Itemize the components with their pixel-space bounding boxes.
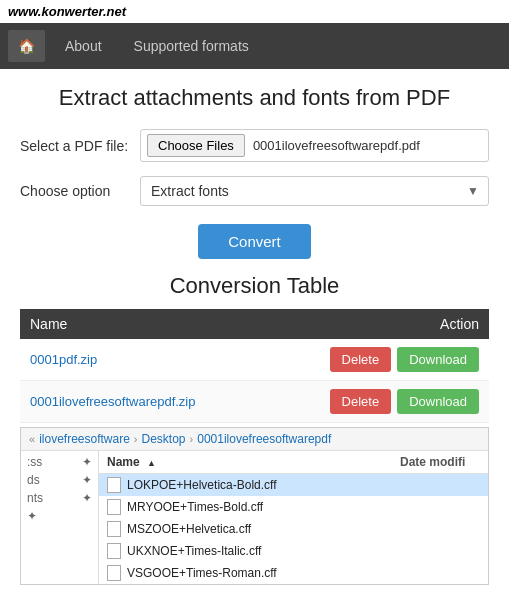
explorer-file-row-2[interactable]: MRYOOE+Times-Bold.cff (99, 496, 488, 518)
convert-button[interactable]: Convert (198, 224, 311, 259)
conversion-table-title: Conversion Table (20, 273, 489, 299)
left-pin-1: ✦ (82, 455, 92, 469)
download-button-2[interactable]: Download (397, 389, 479, 414)
convert-btn-row: Convert (20, 224, 489, 259)
select-wrapper: Extract fonts Extract attachments ▼ (140, 176, 489, 206)
path-sep-2: › (190, 433, 194, 445)
col-name-header: Name (30, 316, 67, 332)
nav-item-supported-formats[interactable]: Supported formats (118, 30, 265, 62)
file-name-4: UKXNOE+Times-Italic.cff (127, 544, 400, 558)
col-action-header: Action (440, 316, 479, 332)
explorer-col-headers: Name ▲ Date modifi (99, 451, 488, 474)
option-select-area: Extract fonts Extract attachments ▼ (140, 176, 489, 206)
table-row: 0001pdf.zip Delete Download (20, 339, 489, 381)
path-back-arrow[interactable]: « (29, 433, 35, 445)
table-row-2: 0001ilovefreesoftwarepdf.zip Delete Down… (20, 381, 489, 423)
explorer-left-item-1: :ss ✦ (21, 453, 98, 471)
left-label-1: :ss (27, 455, 42, 469)
selected-file-name: 0001ilovefreesoftwarepdf.pdf (253, 138, 420, 153)
explorer-right-panel: Name ▲ Date modifi LOKPOE+Helvetica-Bold… (99, 451, 488, 584)
navbar: 🏠 About Supported formats (0, 23, 509, 69)
left-pin-4: ✦ (27, 509, 37, 523)
file-name-3: MSZOOE+Helvetica.cff (127, 522, 400, 536)
action-buttons-2: Delete Download (330, 389, 479, 414)
path-segment-3[interactable]: 0001ilovefreesoftwarepdf (197, 432, 331, 446)
option-select[interactable]: Extract fonts Extract attachments (140, 176, 489, 206)
sort-arrow-icon: ▲ (147, 458, 156, 468)
file-icon-1 (107, 477, 121, 493)
file-input-area: Choose Files 0001ilovefreesoftwarepdf.pd… (140, 129, 489, 162)
left-label-2: ds (27, 473, 40, 487)
nav-item-about[interactable]: About (49, 30, 118, 62)
site-url: www.konwerter.net (0, 0, 509, 23)
main-content: Extract attachments and fonts from PDF S… (0, 69, 509, 598)
explorer-left-panel: :ss ✦ ds ✦ nts ✦ ✦ (21, 451, 99, 584)
file-name-1: LOKPOE+Helvetica-Bold.cff (127, 478, 400, 492)
path-segment-2[interactable]: Desktop (142, 432, 186, 446)
file-explorer: « ilovefreesoftware › Desktop › 0001ilov… (20, 427, 489, 585)
left-label-3: nts (27, 491, 43, 505)
explorer-left-item-2: ds ✦ (21, 471, 98, 489)
action-buttons-1: Delete Download (330, 347, 479, 372)
file-icon-3 (107, 521, 121, 537)
file-name-2: MRYOOE+Times-Bold.cff (127, 500, 400, 514)
left-pin-2: ✦ (82, 473, 92, 487)
left-pin-3: ✦ (82, 491, 92, 505)
path-sep-1: › (134, 433, 138, 445)
explorer-path-bar: « ilovefreesoftware › Desktop › 0001ilov… (21, 428, 488, 451)
download-button-1[interactable]: Download (397, 347, 479, 372)
file-link-1[interactable]: 0001pdf.zip (30, 352, 97, 367)
delete-button-1[interactable]: Delete (330, 347, 392, 372)
file-icon-4 (107, 543, 121, 559)
explorer-left-item-5 (21, 525, 98, 543)
path-segment-1[interactable]: ilovefreesoftware (39, 432, 130, 446)
file-input-wrapper: Choose Files 0001ilovefreesoftwarepdf.pd… (140, 129, 489, 162)
delete-button-2[interactable]: Delete (330, 389, 392, 414)
file-link-2[interactable]: 0001ilovefreesoftwarepdf.zip (30, 394, 196, 409)
explorer-left-item-3: nts ✦ (21, 489, 98, 507)
choose-files-button[interactable]: Choose Files (147, 134, 245, 157)
file-name-5: VSGOOE+Times-Roman.cff (127, 566, 400, 580)
home-button[interactable]: 🏠 (8, 30, 45, 62)
file-label: Select a PDF file: (20, 138, 140, 154)
col-date: Date modifi (400, 455, 480, 469)
option-row: Choose option Extract fonts Extract atta… (20, 176, 489, 206)
file-select-row: Select a PDF file: Choose Files 0001ilov… (20, 129, 489, 162)
file-icon-2 (107, 499, 121, 515)
col-name[interactable]: Name ▲ (107, 455, 400, 469)
home-icon: 🏠 (18, 38, 35, 54)
option-label: Choose option (20, 183, 140, 199)
file-icon-5 (107, 565, 121, 581)
page-title: Extract attachments and fonts from PDF (20, 85, 489, 111)
explorer-file-row-5[interactable]: VSGOOE+Times-Roman.cff (99, 562, 488, 584)
explorer-file-row-1[interactable]: LOKPOE+Helvetica-Bold.cff (99, 474, 488, 496)
explorer-file-row-4[interactable]: UKXNOE+Times-Italic.cff (99, 540, 488, 562)
explorer-left-item-4: ✦ (21, 507, 98, 525)
table-header: Name Action (20, 309, 489, 339)
explorer-content: :ss ✦ ds ✦ nts ✦ ✦ (21, 451, 488, 584)
explorer-file-row-3[interactable]: MSZOOE+Helvetica.cff (99, 518, 488, 540)
